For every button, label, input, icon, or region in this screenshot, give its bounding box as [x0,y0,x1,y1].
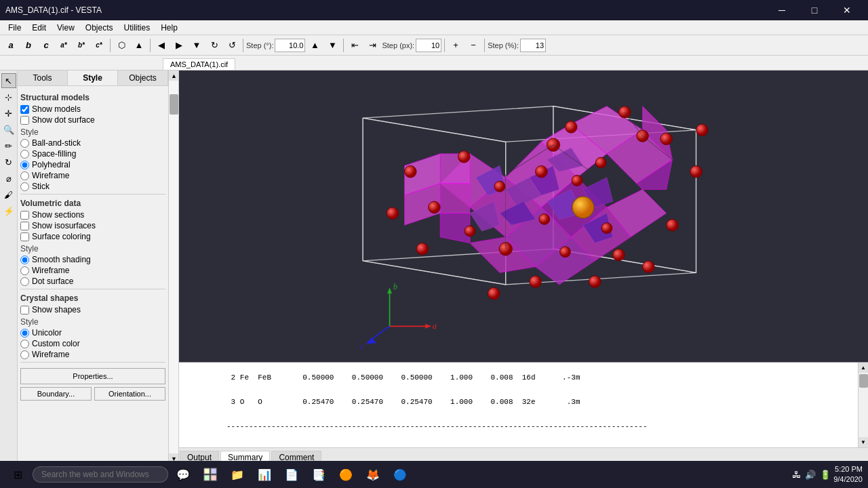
show-dot-surface-checkbox[interactable] [20,116,29,125]
shape-tool-button[interactable]: ⬡ [113,37,130,54]
step-right-px[interactable]: ⇥ [364,37,380,54]
step-angle-down[interactable]: ▼ [324,37,340,54]
tab-objects[interactable]: Objects [118,70,168,85]
zoom-in-button[interactable]: + [448,37,464,54]
menu-objects[interactable]: Objects [80,22,119,34]
taskbar-word[interactable]: 📄 [279,462,304,487]
step-pct-input[interactable] [520,39,546,52]
vol-dot-radio[interactable] [20,277,29,286]
bottom-scrollbar[interactable]: ▲ ▼ [858,363,868,447]
axis-cstar-button[interactable]: c* [91,37,107,54]
move-tool[interactable]: ✛ [1,106,16,121]
taskbar-firefox[interactable]: 🦊 [361,462,385,487]
nav-down-button[interactable]: ▼ [189,37,205,54]
style-space-radio[interactable] [20,150,29,159]
zoom-tool[interactable]: 🔍 [1,122,16,137]
menu-view[interactable]: View [52,22,80,34]
transform-tool[interactable]: ⊹ [1,89,16,104]
taskbar-folder[interactable]: 📁 [225,462,250,487]
crystal-style-subsection: Style [20,317,165,327]
tab-style[interactable]: Style [68,70,118,85]
taskbar-explorer[interactable] [198,462,222,487]
start-button[interactable]: ⊞ [5,462,30,487]
pointer-tool[interactable]: ↖ [1,73,16,88]
file-tab-ams[interactable]: AMS_DATA(1).cif [163,58,235,70]
show-isosurfaces-row: Show isosurfaces [20,221,165,230]
taskbar-excel[interactable]: 📊 [252,462,277,487]
svg-point-43 [429,201,441,214]
show-shapes-row: Show shapes [20,305,165,314]
taskbar-app7[interactable]: 🔵 [388,462,412,487]
crystal-custom-radio[interactable] [20,340,29,348]
crystal-unicolor-radio[interactable] [20,329,29,338]
vol-smooth-label: Smooth shading [32,255,91,264]
color-tool[interactable]: 🖌 [1,187,16,202]
rotate-ccw-button[interactable]: ↺ [224,37,240,54]
style-polyhedral-radio[interactable] [20,161,29,169]
vol-wireframe-radio[interactable] [20,266,29,275]
scroll-up-button[interactable]: ▲ [169,70,179,81]
bottom-scroll-up[interactable]: ▲ [859,363,869,373]
show-shapes-checkbox[interactable] [20,306,29,314]
scroll-track[interactable] [169,81,178,453]
nav-up-button[interactable]: ▲ [131,37,147,54]
measure-tool[interactable]: ✏ [1,138,16,153]
menu-file[interactable]: File [3,22,26,34]
boundary-button[interactable]: Boundary... [20,387,92,401]
show-isosurfaces-checkbox[interactable] [20,222,29,230]
style-polyhedral-label: Polyhedral [32,160,71,169]
left-panel-scrollbar[interactable]: ▲ ▼ [168,70,178,464]
svg-point-53 [404,165,416,178]
step-left-px[interactable]: ⇤ [347,37,363,54]
taskbar-app5[interactable]: 🟠 [334,462,358,487]
taskbar-powerpoint[interactable]: 📑 [307,462,331,487]
bond-tool[interactable]: ⌀ [1,171,16,186]
axis-astar-button[interactable]: a* [56,37,72,54]
axis-c-button[interactable]: c [38,37,54,54]
tray-volume[interactable]: 🔊 [805,470,816,480]
style-stick-radio[interactable] [20,182,29,191]
taskbar-date: 9/4/2020 [833,474,863,485]
taskbar-search[interactable] [33,466,168,483]
crystal-wire-radio[interactable] [20,350,29,359]
tab-tools[interactable]: Tools [18,70,68,85]
show-models-row: Show models [20,104,165,114]
rotate-cw-button[interactable]: ↻ [206,37,222,54]
scroll-thumb[interactable] [170,94,178,115]
vol-smooth-radio[interactable] [20,256,29,264]
axis-b-button[interactable]: b [20,37,37,54]
orientation-button[interactable]: Orientation... [94,387,165,401]
menu-edit[interactable]: Edit [26,22,52,34]
axis-a-button[interactable]: a [3,37,19,54]
nav-right-button[interactable]: ▶ [171,37,187,54]
extra-tool[interactable]: ⚡ [1,203,16,218]
viewport[interactable]: b a c [179,70,868,362]
taskbar-clock[interactable]: 5:20 PM 9/4/2020 [833,464,863,485]
show-models-checkbox[interactable] [20,105,29,114]
style-ball-radio[interactable] [20,139,29,148]
menu-help[interactable]: Help [155,22,183,34]
minimize-button[interactable]: ─ [766,0,797,20]
axis-bstar-button[interactable]: b* [73,37,90,54]
tray-battery[interactable]: 🔋 [820,470,831,480]
bottom-scroll-thumb[interactable] [859,374,868,388]
show-sections-checkbox[interactable] [20,211,29,220]
close-button[interactable]: ✕ [831,0,863,20]
vol-dot-row: Dot surface [20,277,165,286]
nav-left-button[interactable]: ◀ [153,37,170,54]
properties-button[interactable]: Properties... [20,368,165,384]
zoom-out-button[interactable]: − [465,37,481,54]
show-dot-surface-label: Show dot surface [32,115,95,125]
style-wireframe-radio[interactable] [20,171,29,180]
maximize-button[interactable]: □ [799,0,830,20]
step-angle-input[interactable] [275,39,305,52]
bottom-scroll-down[interactable]: ▼ [859,437,869,447]
step-px-input[interactable] [416,39,441,52]
tray-network[interactable]: 🖧 [792,470,801,480]
bottom-scroll-track[interactable] [859,373,869,437]
task-view[interactable]: 💬 [171,462,195,487]
step-angle-up[interactable]: ▲ [307,37,323,54]
rotate-tool[interactable]: ↻ [1,155,16,169]
surface-coloring-checkbox[interactable] [20,232,29,241]
menu-utilities[interactable]: Utilities [119,22,156,34]
